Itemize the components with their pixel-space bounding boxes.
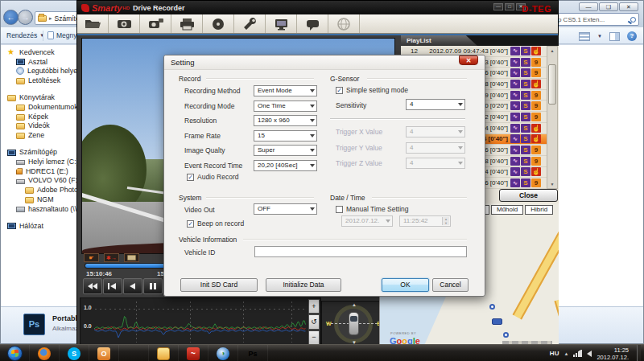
simple-setting-checkbox[interactable]: ✓ Simple setting mode xyxy=(336,86,408,94)
forward-button[interactable]: → xyxy=(18,10,33,25)
combo-value: 4 xyxy=(410,144,413,151)
chat-button[interactable] xyxy=(297,14,328,33)
app-maximize-button[interactable]: □ xyxy=(505,3,514,10)
tree-item-label: Asztal xyxy=(28,58,47,66)
scroll-up-icon[interactable]: ▲ xyxy=(547,47,557,55)
explorer-close-button[interactable]: ✕ xyxy=(619,2,638,11)
taskbar-smarty-button[interactable]: ~ xyxy=(179,345,208,361)
gsensor-event-icon: 9 xyxy=(531,58,541,67)
compass-west-label: W xyxy=(326,321,332,326)
s-mode-icon: S xyxy=(521,178,530,187)
dialog-titlebar[interactable]: Setting ✕ xyxy=(164,55,485,70)
help-icon[interactable]: ? xyxy=(627,31,637,41)
display-button[interactable] xyxy=(266,14,297,33)
gsensor-graph-icon: ∿ xyxy=(510,47,520,55)
playlist-row-icons: ∿S9 xyxy=(510,101,541,110)
view-caret-icon[interactable]: ▼ xyxy=(597,34,602,39)
organize-button[interactable]: Rendezés▼ xyxy=(6,31,44,39)
dialog-close-button[interactable]: ✕ xyxy=(459,55,478,65)
graph-zoom-out-button[interactable]: − xyxy=(308,330,320,345)
recording-method-select[interactable]: Event Mode xyxy=(254,85,317,96)
taskbar-start-button[interactable] xyxy=(0,345,30,361)
combo-value: 15 xyxy=(258,132,265,139)
gsensor-graph-icon: ∿ xyxy=(510,113,520,121)
scrollbar-thumb[interactable] xyxy=(548,64,556,105)
taskbar-earth-button[interactable]: ◑ xyxy=(208,345,238,361)
s-mode-icon: S xyxy=(521,91,530,100)
taskbar-skype-button[interactable]: S xyxy=(60,345,89,361)
open-button[interactable]: Megnyi xyxy=(47,31,78,39)
playlist-close-button[interactable]: Close xyxy=(499,189,558,202)
vehicle-id-input[interactable] xyxy=(254,246,467,257)
recording-method-label: Recording Method xyxy=(184,87,240,95)
chevron-down-icon xyxy=(458,162,463,165)
volume-icon[interactable] xyxy=(587,351,592,357)
taskbar-outlook-button[interactable]: O xyxy=(89,345,119,361)
playlist-row-icons: ∿S9 xyxy=(510,113,541,121)
event-mark-icon[interactable]: ✱→ xyxy=(104,253,119,262)
back-button[interactable]: ← xyxy=(3,10,19,25)
combo-value: 1280 x 960 xyxy=(258,117,290,124)
taskbar-explorer-button[interactable] xyxy=(149,345,179,361)
settings-button[interactable] xyxy=(234,14,266,33)
view-options-icon[interactable] xyxy=(579,32,590,41)
event-record-time-select[interactable]: 20,20 [40Sec] xyxy=(254,160,317,171)
prev-button[interactable] xyxy=(103,278,122,294)
disc-icon xyxy=(209,17,228,31)
gsensor-graph-icon: ∿ xyxy=(510,157,520,166)
recent-icon xyxy=(16,67,24,75)
hidden-icons-icon[interactable]: ▲ xyxy=(564,351,568,356)
clock[interactable]: 11:25 2012.07.12. xyxy=(597,347,632,361)
language-indicator[interactable]: HU xyxy=(550,350,559,357)
taskbar-firefox-button[interactable] xyxy=(30,345,60,361)
earth-icon: ◑ xyxy=(217,347,229,360)
preview-pane-icon[interactable] xyxy=(609,32,620,41)
route-marker[interactable] xyxy=(489,304,495,310)
scroll-down-icon[interactable]: ▼ xyxy=(547,180,557,188)
manual-time-checkbox[interactable]: Manual Time Setting xyxy=(336,205,408,213)
recording-mode-select[interactable]: One Time xyxy=(254,101,317,112)
gsensor-event-icon: 9 xyxy=(531,146,541,154)
manual-event-icon[interactable]: ☛ xyxy=(84,253,99,262)
audio-record-checkbox[interactable]: ✓ Audio Record xyxy=(187,173,239,181)
resolution-select[interactable]: 1280 x 960 xyxy=(254,115,317,126)
pause-button[interactable] xyxy=(143,278,163,294)
map-type-hibrid-button[interactable]: Hibrid xyxy=(525,205,553,215)
video-out-select[interactable]: OFF xyxy=(254,203,317,215)
print-button[interactable] xyxy=(171,14,203,33)
cancel-button[interactable]: Cancel xyxy=(432,278,469,292)
explorer-maximize-button[interactable]: ❏ xyxy=(599,2,618,11)
disc-button[interactable] xyxy=(203,14,234,33)
sensitivity-select[interactable]: 4 xyxy=(406,99,465,110)
snapshot-button[interactable] xyxy=(109,14,140,33)
datetime-group-title: Date / Time xyxy=(330,194,365,202)
open-file-button[interactable] xyxy=(77,14,109,33)
route-marker[interactable] xyxy=(503,332,509,338)
taskbar-calculator-button[interactable] xyxy=(119,345,149,361)
map-type-műhold-button[interactable]: Műhold xyxy=(491,205,523,215)
computer-icon xyxy=(38,15,47,22)
explorer-minimize-button[interactable]: — xyxy=(579,2,598,11)
sd-card-icon[interactable] xyxy=(124,253,139,262)
rewind-button[interactable] xyxy=(83,278,102,294)
graph-zoom-reset-button[interactable]: ↺ xyxy=(308,314,320,329)
play-back-button[interactable] xyxy=(123,278,142,294)
combo-value: 4 xyxy=(410,128,413,135)
gsensor-graph-icon: ∿ xyxy=(510,124,520,133)
record-save-button[interactable] xyxy=(140,14,171,33)
photoshop-icon: Ps xyxy=(246,347,259,360)
image-qualty-select[interactable]: Super xyxy=(254,145,317,156)
web-button[interactable] xyxy=(328,14,360,33)
show-desktop-button[interactable] xyxy=(637,345,641,361)
tree-item-label: Letöltések xyxy=(28,76,60,84)
playlist-scrollbar[interactable]: ▲ ▼ xyxy=(547,46,558,189)
init-sd-card-button[interactable]: Init SD Card xyxy=(180,278,258,292)
frame-rate-select[interactable]: 15 xyxy=(254,130,317,142)
ok-button[interactable]: OK xyxy=(382,278,429,292)
app-minimize-button[interactable]: — xyxy=(493,3,503,10)
initialize-data-button[interactable]: Initialize Data xyxy=(266,278,341,292)
checkbox-icon: ✓ xyxy=(187,220,194,228)
beep-on-record-checkbox[interactable]: ✓ Beep on record xyxy=(187,219,244,228)
taskbar-photoshop-button[interactable]: Ps xyxy=(238,345,268,361)
graph-zoom-in-button[interactable]: + xyxy=(308,299,320,314)
